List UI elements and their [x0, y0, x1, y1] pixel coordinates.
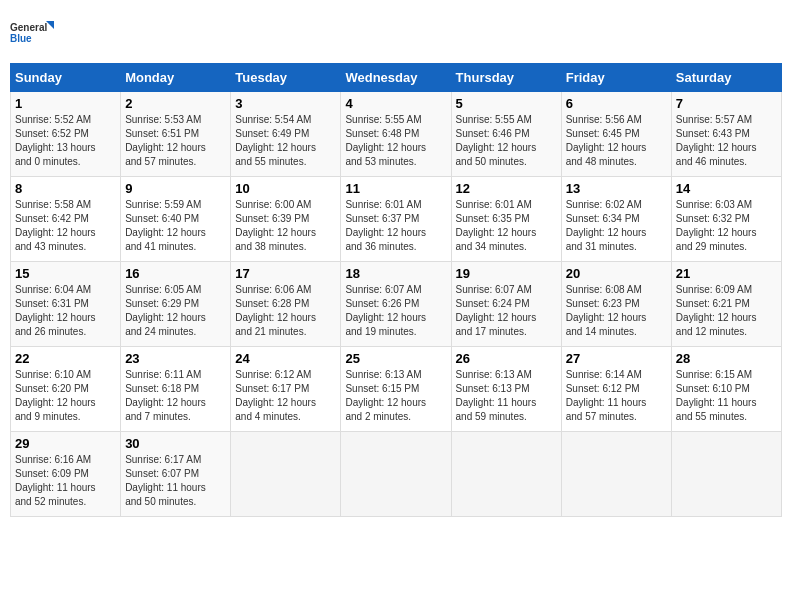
- week-row-3: 15Sunrise: 6:04 AM Sunset: 6:31 PM Dayli…: [11, 262, 782, 347]
- day-info: Sunrise: 6:13 AM Sunset: 6:15 PM Dayligh…: [345, 368, 446, 424]
- header-thursday: Thursday: [451, 64, 561, 92]
- day-number: 7: [676, 96, 777, 111]
- calendar-cell: 24Sunrise: 6:12 AM Sunset: 6:17 PM Dayli…: [231, 347, 341, 432]
- calendar-cell: 4Sunrise: 5:55 AM Sunset: 6:48 PM Daylig…: [341, 92, 451, 177]
- day-number: 25: [345, 351, 446, 366]
- day-info: Sunrise: 5:55 AM Sunset: 6:46 PM Dayligh…: [456, 113, 557, 169]
- header-tuesday: Tuesday: [231, 64, 341, 92]
- logo-svg: General Blue: [10, 10, 55, 55]
- calendar-cell: 21Sunrise: 6:09 AM Sunset: 6:21 PM Dayli…: [671, 262, 781, 347]
- day-number: 17: [235, 266, 336, 281]
- calendar-cell: [671, 432, 781, 517]
- day-number: 8: [15, 181, 116, 196]
- header-sunday: Sunday: [11, 64, 121, 92]
- day-number: 26: [456, 351, 557, 366]
- day-info: Sunrise: 6:11 AM Sunset: 6:18 PM Dayligh…: [125, 368, 226, 424]
- week-row-2: 8Sunrise: 5:58 AM Sunset: 6:42 PM Daylig…: [11, 177, 782, 262]
- day-info: Sunrise: 6:07 AM Sunset: 6:26 PM Dayligh…: [345, 283, 446, 339]
- day-number: 28: [676, 351, 777, 366]
- day-number: 4: [345, 96, 446, 111]
- calendar-header-row: SundayMondayTuesdayWednesdayThursdayFrid…: [11, 64, 782, 92]
- day-info: Sunrise: 6:17 AM Sunset: 6:07 PM Dayligh…: [125, 453, 226, 509]
- calendar-cell: 22Sunrise: 6:10 AM Sunset: 6:20 PM Dayli…: [11, 347, 121, 432]
- day-number: 18: [345, 266, 446, 281]
- day-number: 16: [125, 266, 226, 281]
- day-info: Sunrise: 6:12 AM Sunset: 6:17 PM Dayligh…: [235, 368, 336, 424]
- day-info: Sunrise: 5:53 AM Sunset: 6:51 PM Dayligh…: [125, 113, 226, 169]
- day-info: Sunrise: 6:05 AM Sunset: 6:29 PM Dayligh…: [125, 283, 226, 339]
- calendar-cell: 14Sunrise: 6:03 AM Sunset: 6:32 PM Dayli…: [671, 177, 781, 262]
- day-number: 30: [125, 436, 226, 451]
- day-info: Sunrise: 6:13 AM Sunset: 6:13 PM Dayligh…: [456, 368, 557, 424]
- calendar-cell: 8Sunrise: 5:58 AM Sunset: 6:42 PM Daylig…: [11, 177, 121, 262]
- day-info: Sunrise: 5:54 AM Sunset: 6:49 PM Dayligh…: [235, 113, 336, 169]
- day-number: 19: [456, 266, 557, 281]
- day-number: 11: [345, 181, 446, 196]
- calendar-cell: 12Sunrise: 6:01 AM Sunset: 6:35 PM Dayli…: [451, 177, 561, 262]
- day-number: 29: [15, 436, 116, 451]
- calendar-cell: 15Sunrise: 6:04 AM Sunset: 6:31 PM Dayli…: [11, 262, 121, 347]
- calendar-cell: 25Sunrise: 6:13 AM Sunset: 6:15 PM Dayli…: [341, 347, 451, 432]
- calendar-cell: 26Sunrise: 6:13 AM Sunset: 6:13 PM Dayli…: [451, 347, 561, 432]
- day-number: 23: [125, 351, 226, 366]
- day-info: Sunrise: 6:09 AM Sunset: 6:21 PM Dayligh…: [676, 283, 777, 339]
- day-info: Sunrise: 5:55 AM Sunset: 6:48 PM Dayligh…: [345, 113, 446, 169]
- day-info: Sunrise: 6:07 AM Sunset: 6:24 PM Dayligh…: [456, 283, 557, 339]
- day-number: 12: [456, 181, 557, 196]
- week-row-1: 1Sunrise: 5:52 AM Sunset: 6:52 PM Daylig…: [11, 92, 782, 177]
- day-info: Sunrise: 6:02 AM Sunset: 6:34 PM Dayligh…: [566, 198, 667, 254]
- day-info: Sunrise: 6:08 AM Sunset: 6:23 PM Dayligh…: [566, 283, 667, 339]
- day-info: Sunrise: 6:01 AM Sunset: 6:35 PM Dayligh…: [456, 198, 557, 254]
- day-info: Sunrise: 6:01 AM Sunset: 6:37 PM Dayligh…: [345, 198, 446, 254]
- day-info: Sunrise: 6:04 AM Sunset: 6:31 PM Dayligh…: [15, 283, 116, 339]
- calendar-cell: 18Sunrise: 6:07 AM Sunset: 6:26 PM Dayli…: [341, 262, 451, 347]
- calendar-table: SundayMondayTuesdayWednesdayThursdayFrid…: [10, 63, 782, 517]
- calendar-cell: 6Sunrise: 5:56 AM Sunset: 6:45 PM Daylig…: [561, 92, 671, 177]
- day-info: Sunrise: 5:57 AM Sunset: 6:43 PM Dayligh…: [676, 113, 777, 169]
- header-wednesday: Wednesday: [341, 64, 451, 92]
- day-number: 22: [15, 351, 116, 366]
- calendar-cell: 28Sunrise: 6:15 AM Sunset: 6:10 PM Dayli…: [671, 347, 781, 432]
- calendar-cell: 13Sunrise: 6:02 AM Sunset: 6:34 PM Dayli…: [561, 177, 671, 262]
- logo: General Blue: [10, 10, 55, 55]
- page-header: General Blue: [10, 10, 782, 55]
- calendar-cell: 1Sunrise: 5:52 AM Sunset: 6:52 PM Daylig…: [11, 92, 121, 177]
- day-info: Sunrise: 5:52 AM Sunset: 6:52 PM Dayligh…: [15, 113, 116, 169]
- day-number: 14: [676, 181, 777, 196]
- day-number: 10: [235, 181, 336, 196]
- day-number: 9: [125, 181, 226, 196]
- calendar-cell: 9Sunrise: 5:59 AM Sunset: 6:40 PM Daylig…: [121, 177, 231, 262]
- svg-text:General: General: [10, 22, 47, 33]
- calendar-cell: 30Sunrise: 6:17 AM Sunset: 6:07 PM Dayli…: [121, 432, 231, 517]
- calendar-cell: [341, 432, 451, 517]
- svg-text:Blue: Blue: [10, 33, 32, 44]
- day-info: Sunrise: 6:03 AM Sunset: 6:32 PM Dayligh…: [676, 198, 777, 254]
- calendar-cell: 16Sunrise: 6:05 AM Sunset: 6:29 PM Dayli…: [121, 262, 231, 347]
- day-info: Sunrise: 6:14 AM Sunset: 6:12 PM Dayligh…: [566, 368, 667, 424]
- day-info: Sunrise: 6:10 AM Sunset: 6:20 PM Dayligh…: [15, 368, 116, 424]
- calendar-cell: 23Sunrise: 6:11 AM Sunset: 6:18 PM Dayli…: [121, 347, 231, 432]
- header-friday: Friday: [561, 64, 671, 92]
- day-number: 24: [235, 351, 336, 366]
- day-info: Sunrise: 6:15 AM Sunset: 6:10 PM Dayligh…: [676, 368, 777, 424]
- calendar-cell: 5Sunrise: 5:55 AM Sunset: 6:46 PM Daylig…: [451, 92, 561, 177]
- day-info: Sunrise: 5:59 AM Sunset: 6:40 PM Dayligh…: [125, 198, 226, 254]
- week-row-5: 29Sunrise: 6:16 AM Sunset: 6:09 PM Dayli…: [11, 432, 782, 517]
- calendar-cell: 10Sunrise: 6:00 AM Sunset: 6:39 PM Dayli…: [231, 177, 341, 262]
- calendar-cell: [231, 432, 341, 517]
- day-info: Sunrise: 6:00 AM Sunset: 6:39 PM Dayligh…: [235, 198, 336, 254]
- calendar-cell: 17Sunrise: 6:06 AM Sunset: 6:28 PM Dayli…: [231, 262, 341, 347]
- header-saturday: Saturday: [671, 64, 781, 92]
- calendar-cell: 2Sunrise: 5:53 AM Sunset: 6:51 PM Daylig…: [121, 92, 231, 177]
- day-number: 1: [15, 96, 116, 111]
- calendar-cell: 3Sunrise: 5:54 AM Sunset: 6:49 PM Daylig…: [231, 92, 341, 177]
- day-number: 3: [235, 96, 336, 111]
- header-monday: Monday: [121, 64, 231, 92]
- day-number: 13: [566, 181, 667, 196]
- calendar-cell: 27Sunrise: 6:14 AM Sunset: 6:12 PM Dayli…: [561, 347, 671, 432]
- day-number: 15: [15, 266, 116, 281]
- calendar-cell: 7Sunrise: 5:57 AM Sunset: 6:43 PM Daylig…: [671, 92, 781, 177]
- day-number: 20: [566, 266, 667, 281]
- day-number: 2: [125, 96, 226, 111]
- day-number: 21: [676, 266, 777, 281]
